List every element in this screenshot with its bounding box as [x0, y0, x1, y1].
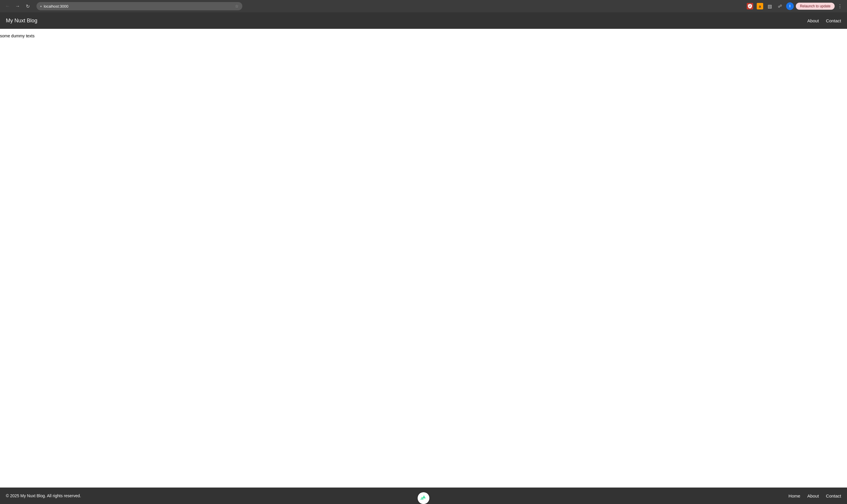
footer-nav: Home About Contact [789, 493, 841, 499]
site-nav: About Contact [807, 18, 841, 23]
more-menu-button[interactable]: ⋮ [836, 3, 844, 9]
bookmark-icon[interactable]: ☆ [235, 4, 239, 8]
brave-news-icon: ☍ [778, 4, 782, 8]
footer-about-link[interactable]: About [807, 493, 819, 499]
nav-contact-link[interactable]: Contact [826, 18, 841, 23]
dummy-text: some dummy texts [0, 34, 847, 38]
back-button[interactable]: ← [3, 2, 12, 10]
footer-copyright: © 2025 My Nuxt Blog. All rights reserved… [6, 493, 81, 498]
nuxt-icon [420, 494, 427, 502]
site-main: some dummy texts [0, 29, 847, 488]
url-display: localhost:3000 [44, 4, 233, 8]
brave-news-button[interactable]: ☍ [776, 2, 784, 10]
footer-contact-link[interactable]: Contact [826, 493, 841, 499]
lock-icon: ● [40, 4, 42, 8]
reload-button[interactable]: ↻ [23, 2, 32, 10]
amazon-button[interactable]: a [756, 2, 764, 10]
profile-button[interactable]: I [786, 2, 794, 10]
profile-avatar: I [786, 2, 794, 10]
puzzle-icon: ▧ [768, 3, 772, 9]
brave-shield-icon [747, 3, 753, 10]
browser-toolbar-right: a ▧ ☍ I Relaunch to update ⋮ [746, 2, 844, 10]
relaunch-button[interactable]: Relaunch to update [796, 3, 835, 10]
footer-home-link[interactable]: Home [789, 493, 800, 499]
amazon-icon: a [757, 3, 763, 10]
address-bar[interactable]: ● localhost:3000 ☆ [36, 2, 242, 10]
browser-nav-buttons: ← → ↻ [3, 2, 32, 10]
brave-shield-button[interactable] [746, 2, 754, 10]
extensions-button[interactable]: ▧ [766, 2, 774, 10]
website-wrapper: My Nuxt Blog About Contact some dummy te… [0, 12, 847, 504]
nuxt-icon-container [418, 492, 429, 504]
forward-button[interactable]: → [14, 2, 22, 10]
site-header: My Nuxt Blog About Contact [0, 12, 847, 29]
nav-about-link[interactable]: About [807, 18, 819, 23]
browser-chrome: ← → ↻ ● localhost:3000 ☆ a ▧ ☍ I R [0, 0, 847, 12]
site-logo[interactable]: My Nuxt Blog [6, 18, 37, 24]
